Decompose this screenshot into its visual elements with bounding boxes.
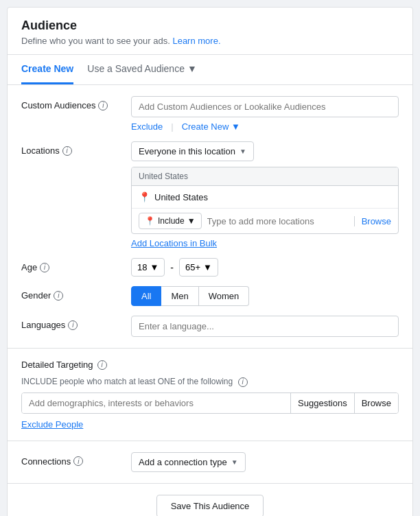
main-form-section: Custom Audiences i Exclude | Create New …: [8, 85, 412, 349]
connection-type-dropdown[interactable]: Add a connection type ▼: [131, 452, 246, 472]
targeting-input[interactable]: [22, 393, 290, 413]
locations-row: Locations i Everyone in this location ▼ …: [21, 141, 399, 248]
location-type-dropdown[interactable]: Everyone in this location ▼: [131, 141, 254, 161]
custom-audiences-row: Custom Audiences i Exclude | Create New …: [21, 96, 399, 132]
location-item: 📍 United States: [132, 186, 398, 209]
detailed-targeting-info-icon[interactable]: i: [97, 360, 107, 370]
locations-info-icon[interactable]: i: [62, 146, 72, 156]
create-new-link[interactable]: Create New ▼: [182, 121, 240, 132]
learn-more-link[interactable]: Learn more.: [172, 36, 220, 46]
targeting-description: INCLUDE people who match at least ONE of…: [21, 377, 399, 387]
targeting-input-row: Suggestions Browse: [21, 392, 399, 414]
locations-control: Everyone in this location ▼ United State…: [131, 141, 399, 248]
location-browse-button[interactable]: Browse: [354, 216, 391, 226]
location-box: United States 📍 United States 📍 Include …: [131, 167, 399, 234]
tab-create-new[interactable]: Create New: [21, 55, 73, 84]
age-info-icon[interactable]: i: [40, 263, 49, 272]
age-max-arrow: ▼: [203, 262, 212, 272]
tab-use-saved[interactable]: Use a Saved Audience ▼: [87, 55, 197, 84]
age-separator: -: [170, 262, 174, 273]
detailed-targeting-label: Detailed Targeting: [21, 360, 93, 370]
gender-button-group: All Men Women: [131, 286, 399, 306]
age-control: 18 ▼ - 65+ ▼: [131, 258, 399, 277]
age-label: Age i: [21, 258, 131, 272]
audience-card: Audience Define who you want to see your…: [7, 7, 413, 516]
suggestions-button[interactable]: Suggestions: [290, 393, 354, 413]
languages-input[interactable]: [131, 316, 399, 337]
age-max-dropdown[interactable]: 65+ ▼: [179, 258, 218, 277]
custom-audiences-info-icon[interactable]: i: [98, 101, 108, 110]
connections-control: Add a connection type ▼: [131, 452, 399, 472]
age-min-dropdown[interactable]: 18 ▼: [131, 258, 165, 277]
age-row: Age i 18 ▼ - 65+ ▼: [21, 258, 399, 277]
save-section: Save This Audience: [8, 484, 412, 517]
page-title: Audience: [21, 19, 399, 33]
create-new-arrow: ▼: [231, 121, 240, 132]
connections-label: Connections i: [21, 452, 131, 467]
exclude-link[interactable]: Exclude: [131, 121, 163, 132]
save-audience-button[interactable]: Save This Audience: [156, 495, 264, 517]
include-arrow: ▼: [187, 216, 196, 226]
locations-label: Locations i: [21, 141, 131, 156]
languages-control: [131, 316, 399, 337]
add-locations-bulk-link[interactable]: Add Locations in Bulk: [131, 238, 217, 248]
gender-row: Gender i All Men Women: [21, 286, 399, 306]
custom-audiences-control: Exclude | Create New ▼: [131, 96, 399, 132]
gender-label: Gender i: [21, 286, 131, 301]
targeting-browse-button[interactable]: Browse: [354, 393, 398, 413]
page-subtitle: Define who you want to see your ads. Lea…: [21, 36, 399, 46]
languages-info-icon[interactable]: i: [68, 320, 78, 330]
gender-men-button[interactable]: Men: [161, 286, 198, 306]
detailed-targeting-section: Detailed Targeting i INCLUDE people who …: [8, 349, 412, 441]
connections-section: Connections i Add a connection type ▼: [8, 441, 412, 484]
location-pin-small: 📍: [145, 216, 155, 226]
languages-row: Languages i: [21, 316, 399, 337]
card-header: Audience Define who you want to see your…: [8, 8, 412, 55]
gender-info-icon[interactable]: i: [54, 291, 63, 301]
connections-info-icon[interactable]: i: [73, 456, 83, 466]
custom-audiences-label: Custom Audiences i: [21, 96, 131, 110]
location-dropdown-arrow: ▼: [240, 148, 246, 155]
gender-control: All Men Women: [131, 286, 399, 306]
connection-dropdown-arrow: ▼: [231, 458, 238, 466]
age-min-arrow: ▼: [150, 262, 159, 272]
location-header: United States: [132, 167, 398, 186]
gender-women-button[interactable]: Women: [199, 286, 250, 306]
location-search-input[interactable]: [207, 216, 349, 226]
tabs-bar: Create New Use a Saved Audience ▼: [8, 55, 412, 85]
location-pin-icon: 📍: [139, 191, 150, 202]
location-input-row: 📍 Include ▼ Browse: [132, 209, 398, 233]
gender-all-button[interactable]: All: [131, 286, 161, 306]
custom-audiences-input[interactable]: [131, 96, 399, 117]
languages-label: Languages i: [21, 316, 131, 330]
tab-saved-arrow: ▼: [187, 63, 197, 74]
exclude-people-link[interactable]: Exclude People: [21, 419, 83, 430]
include-dropdown[interactable]: 📍 Include ▼: [139, 213, 202, 229]
targeting-desc-info-icon[interactable]: i: [238, 377, 248, 387]
